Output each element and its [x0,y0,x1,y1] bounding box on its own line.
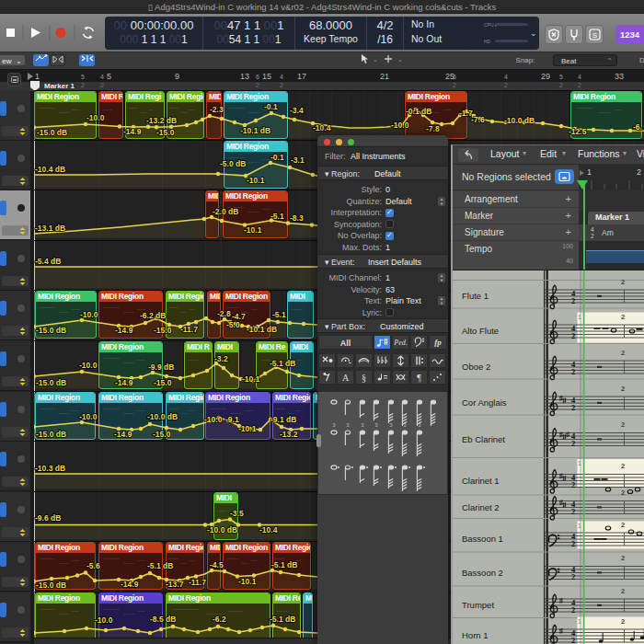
svg-text:-7.8: -7.8 [426,124,440,133]
svg-text:-13.1 dB: -13.1 dB [35,224,65,233]
svg-text:-10.1: -10.1 [238,577,257,586]
svg-text:3: 3 [332,422,336,428]
svg-text:-3.4: -3.4 [290,106,304,115]
svg-text:-9.1: -9.1 [225,415,239,424]
svg-text:2: 2 [621,278,625,286]
svg-text:-4.5: -4.5 [210,560,224,569]
svg-text:-15.0: -15.0 [154,326,172,335]
svg-text:¶: ¶ [417,373,421,383]
svg-text:-10.0: -10.0 [79,361,98,370]
svg-text:-13.2 dB: -13.2 dB [146,116,177,125]
svg-text:-10.0: -10.0 [86,113,105,122]
svg-text:2: 2 [571,480,575,489]
svg-text:-3.1: -3.1 [291,155,305,165]
svg-text:-14.9: -14.9 [115,378,133,387]
svg-text:-10.0: -10.0 [79,412,98,421]
svg-text:2: 2 [571,636,575,644]
svg-text:-15.0 dB: -15.0 dB [36,581,66,590]
svg-text:3: 3 [374,422,378,428]
svg-text:2: 2 [621,385,625,393]
svg-text:-0.1: -0.1 [270,153,284,162]
svg-text:-15.0: -15.0 [154,378,172,387]
svg-text:2: 2 [571,296,575,305]
svg-text:2: 2 [571,539,575,548]
svg-text:-10.0: -10.0 [95,615,113,625]
svg-text:-10.1 dB: -10.1 dB [247,325,277,334]
svg-text:-0.1 dB: -0.1 dB [406,107,431,116]
svg-text:-2.3: -2.3 [210,105,224,114]
svg-text:-10.0 dB: -10.0 dB [504,116,535,125]
svg-text:-10.0: -10.0 [204,415,223,424]
svg-text:2: 2 [621,313,625,321]
svg-text:2: 2 [571,331,575,340]
svg-text:-5.1 dB: -5.1 dB [271,560,297,569]
svg-text:-15.0: -15.0 [156,128,175,137]
svg-text:-6.2: -6.2 [213,615,226,624]
svg-text:2: 2 [571,605,575,615]
svg-text:-8.5 dB: -8.5 dB [150,615,176,624]
svg-text:-11.7: -11.7 [180,325,198,334]
svg-text:2: 2 [621,587,625,595]
svg-text:-6.: -6. [633,122,642,132]
svg-text:-2.8: -2.8 [217,309,231,318]
svg-text:-15.0 dB: -15.0 dB [36,430,66,439]
svg-text:-10.4: -10.4 [259,525,278,535]
svg-text:2: 2 [621,489,625,497]
svg-text:-5.0: -5.0 [226,320,240,329]
svg-text:-10.1: -10.1 [238,424,257,433]
svg-text:§: § [362,373,366,383]
svg-text:-10.0: -10.0 [80,310,98,319]
svg-text:-10.1: -10.1 [242,374,260,384]
svg-text:-5.1 dB: -5.1 dB [147,561,173,570]
svg-text:-3.5: -3.5 [230,509,244,518]
svg-text:-2.0 dB: -2.0 dB [213,207,238,216]
svg-text:-10.0 dB: -10.0 dB [207,525,237,535]
svg-text:-10.4 dB: -10.4 dB [35,165,65,174]
svg-text:-10.4: -10.4 [313,123,331,132]
svg-text:-12.5: -12.5 [569,127,587,136]
svg-text:-14.9: -14.9 [123,127,142,136]
svg-text:2: 2 [621,462,625,470]
svg-text:-6.2 dB: -6.2 dB [140,311,166,320]
svg-text:2: 2 [621,617,625,626]
svg-text:3: 3 [403,422,407,428]
svg-text:-15.0: -15.0 [153,430,171,439]
svg-text:-15.0 dB: -15.0 dB [36,326,66,335]
svg-text:-10.1: -10.1 [244,225,262,235]
svg-text:3: 3 [389,422,393,428]
svg-text:-5.6: -5.6 [86,561,100,570]
svg-text:-14.9: -14.9 [121,580,139,589]
svg-text:2: 2 [571,439,575,448]
svg-text:3: 3 [361,422,364,428]
svg-text:-10.0: -10.0 [391,121,409,130]
svg-text:-5.1 dB: -5.1 dB [270,359,295,368]
svg-text:3: 3 [346,422,350,428]
svg-text:A: A [342,373,350,383]
svg-text:-15.0 dB: -15.0 dB [37,128,67,137]
svg-text:-7.6: -7.6 [471,115,485,124]
svg-text:-10.3 dB: -10.3 dB [35,464,65,473]
svg-text:-0.1: -0.1 [264,102,278,111]
svg-text:2: 2 [621,420,625,429]
svg-text:-5.1: -5.1 [270,212,284,221]
svg-text:2: 2 [571,367,575,376]
svg-text:-9.1 dB: -9.1 dB [270,415,296,424]
svg-text:-11.7: -11.7 [189,578,206,587]
svg-text:-13.2: -13.2 [280,430,298,439]
svg-text:-14.9: -14.9 [114,430,132,439]
svg-text:-5.1 dB: -5.1 dB [270,615,295,624]
svg-text:-9.9 dB: -9.9 dB [148,362,174,372]
svg-text:2: 2 [621,349,625,357]
svg-text:-10.0 dB: -10.0 dB [147,412,178,421]
svg-text:-10.1: -10.1 [247,176,265,185]
svg-text:2: 2 [571,507,575,516]
svg-text:-9.6 dB: -9.6 dB [35,513,61,523]
svg-text:2: 2 [621,521,625,529]
svg-text:-10.1 dB: -10.1 dB [240,126,270,135]
svg-text:-8.3: -8.3 [290,213,304,223]
svg-text:-5.1: -5.1 [272,310,286,319]
svg-text:-3.2: -3.2 [214,354,228,363]
svg-text:-5.0 dB: -5.0 dB [220,159,246,168]
svg-text:-5.4 dB: -5.4 dB [35,257,61,266]
svg-text:2: 2 [571,572,575,581]
